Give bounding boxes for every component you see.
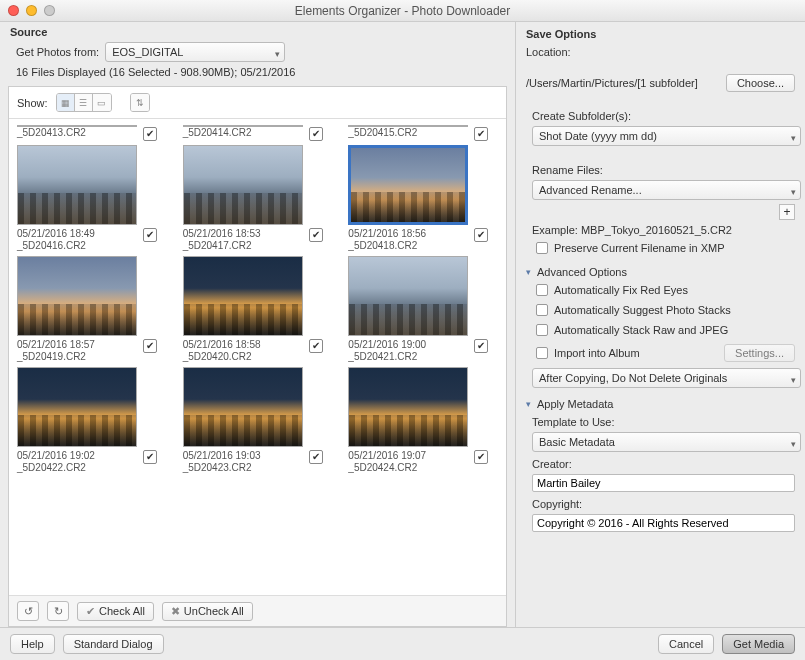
thumbnail-image[interactable] <box>17 145 137 225</box>
thumbnail-image[interactable] <box>183 256 303 336</box>
thumbnail-caption: 05/21/2016 19:07_5D20424.CR2 <box>348 450 426 474</box>
uncheck-all-button[interactable]: ✖UnCheck All <box>162 602 253 621</box>
preserve-xmp-label: Preserve Current Filename in XMP <box>554 242 725 254</box>
thumbnail-image[interactable] <box>348 367 468 447</box>
thumbnail-checkbox[interactable]: ✔ <box>474 228 488 242</box>
thumbnail-cell[interactable]: 05/21/2016 19:07_5D20424.CR2✔ <box>348 367 502 474</box>
thumbnail-cell[interactable]: 05/21/2016 19:00_5D20421.CR2✔ <box>348 256 502 363</box>
thumbnail-cell[interactable]: 05/21/2016 18:58_5D20420.CR2✔ <box>183 256 337 363</box>
stack-raw-jpeg-label: Automatically Stack Raw and JPEG <box>554 324 728 336</box>
thumbnail-checkbox[interactable]: ✔ <box>309 450 323 464</box>
device-select[interactable]: EOS_DIGITAL <box>105 42 285 62</box>
thumbnail-image[interactable] <box>348 125 468 127</box>
save-options-header: Save Options <box>526 28 795 40</box>
thumbnail-checkbox[interactable]: ✔ <box>309 228 323 242</box>
sort-icon[interactable]: ⇅ <box>131 94 149 111</box>
thumbnail-cell[interactable]: 05/21/2016 18:53_5D20417.CR2✔ <box>183 145 337 252</box>
thumbnail-checkbox[interactable]: ✔ <box>143 228 157 242</box>
import-album-label: Import into Album <box>554 347 640 359</box>
get-media-button[interactable]: Get Media <box>722 634 795 654</box>
creator-field[interactable] <box>532 474 795 492</box>
thumbnail-caption: 05/21/2016 18:57_5D20419.CR2 <box>17 339 95 363</box>
footer: Help Standard Dialog Cancel Get Media <box>0 627 805 660</box>
rotate-left-icon[interactable]: ↺ <box>17 601 39 621</box>
thumbnail-image[interactable] <box>183 367 303 447</box>
thumbnail-cell[interactable]: _5D20414.CR2✔ <box>183 125 337 141</box>
template-select[interactable]: Basic Metadata <box>532 432 801 452</box>
metadata-disclosure[interactable]: Apply Metadata <box>526 398 795 410</box>
thumbnail-caption: 05/21/2016 18:58_5D20420.CR2 <box>183 339 261 363</box>
suggest-stacks-label: Automatically Suggest Photo Stacks <box>554 304 731 316</box>
thumbnail-checkbox[interactable]: ✔ <box>143 127 157 141</box>
thumbnail-checkbox[interactable]: ✔ <box>474 450 488 464</box>
suggest-stacks-checkbox[interactable] <box>536 304 548 316</box>
example-value: MBP_Tokyo_20160521_5.CR2 <box>581 224 732 236</box>
standard-dialog-button[interactable]: Standard Dialog <box>63 634 164 654</box>
thumbnail-cell[interactable]: 05/21/2016 19:03_5D20423.CR2✔ <box>183 367 337 474</box>
create-subfolder-select[interactable]: Shot Date (yyyy mm dd) <box>532 126 801 146</box>
template-label: Template to Use: <box>532 416 795 428</box>
thumbnail-caption: 05/21/2016 18:56_5D20418.CR2 <box>348 228 426 252</box>
fix-red-eyes-label: Automatically Fix Red Eyes <box>554 284 688 296</box>
location-path: /Users/Martin/Pictures/[1 subfolder] <box>526 77 698 89</box>
thumbnail-caption: _5D20415.CR2 <box>348 127 417 139</box>
thumbnail-image[interactable] <box>17 256 137 336</box>
rotate-right-icon[interactable]: ↻ <box>47 601 69 621</box>
thumbnail-cell[interactable]: 05/21/2016 18:56_5D20418.CR2✔ <box>348 145 502 252</box>
rename-select[interactable]: Advanced Rename... <box>532 180 801 200</box>
thumbnail-image[interactable] <box>348 256 468 336</box>
thumbnail-checkbox[interactable]: ✔ <box>309 339 323 353</box>
import-album-checkbox[interactable] <box>536 347 548 359</box>
view-mode-group: ▦ ☰ ▭ <box>56 93 112 112</box>
window-title: Elements Organizer - Photo Downloader <box>0 4 805 18</box>
grid-view-icon[interactable]: ▦ <box>57 94 75 111</box>
thumbnail-image[interactable] <box>17 367 137 447</box>
thumbnail-caption: 05/21/2016 19:02_5D20422.CR2 <box>17 450 95 474</box>
cancel-button[interactable]: Cancel <box>658 634 714 654</box>
source-header: Source <box>0 22 515 40</box>
thumbnail-cell[interactable]: _5D20415.CR2✔ <box>348 125 502 141</box>
thumbnail-caption: 05/21/2016 19:03_5D20423.CR2 <box>183 450 261 474</box>
delete-policy-select[interactable]: After Copying, Do Not Delete Originals <box>532 368 801 388</box>
thumbnail-caption: _5D20413.CR2 <box>17 127 86 139</box>
thumbnail-checkbox[interactable]: ✔ <box>474 339 488 353</box>
fix-red-eyes-checkbox[interactable] <box>536 284 548 296</box>
thumbnail-checkbox[interactable]: ✔ <box>143 339 157 353</box>
stack-raw-jpeg-checkbox[interactable] <box>536 324 548 336</box>
detail-view-icon[interactable]: ▭ <box>93 94 111 111</box>
thumbnail-image[interactable] <box>348 145 468 225</box>
add-rename-preset-button[interactable]: + <box>779 204 795 220</box>
sort-group: ⇅ <box>130 93 150 112</box>
thumbnail-caption: 05/21/2016 18:53_5D20417.CR2 <box>183 228 261 252</box>
show-label: Show: <box>17 97 48 109</box>
create-subfolder-label: Create Subfolder(s): <box>532 110 795 122</box>
example-label: Example: <box>532 224 578 236</box>
thumbnail-checkbox[interactable]: ✔ <box>474 127 488 141</box>
help-button[interactable]: Help <box>10 634 55 654</box>
thumbnail-checkbox[interactable]: ✔ <box>309 127 323 141</box>
thumbnail-image[interactable] <box>183 125 303 127</box>
advanced-disclosure[interactable]: Advanced Options <box>526 266 795 278</box>
thumbnail-image[interactable] <box>17 125 137 127</box>
thumbnail-caption: _5D20414.CR2 <box>183 127 252 139</box>
rename-label: Rename Files: <box>532 164 795 176</box>
choose-button[interactable]: Choose... <box>726 74 795 92</box>
titlebar: Elements Organizer - Photo Downloader <box>0 0 805 22</box>
preserve-xmp-checkbox[interactable] <box>536 242 548 254</box>
file-summary: 16 Files Displayed (16 Selected - 908.90… <box>16 66 503 78</box>
thumbnail-cell[interactable]: _5D20413.CR2✔ <box>17 125 171 141</box>
thumbnail-checkbox[interactable]: ✔ <box>143 450 157 464</box>
thumbnail-cell[interactable]: 05/21/2016 18:57_5D20419.CR2✔ <box>17 256 171 363</box>
copyright-field[interactable] <box>532 514 795 532</box>
copyright-label: Copyright: <box>532 498 795 510</box>
list-view-icon[interactable]: ☰ <box>75 94 93 111</box>
thumbnail-panel: Show: ▦ ☰ ▭ ⇅ _5D20413.CR2✔_5D20414.CR2✔… <box>8 86 507 627</box>
thumbnail-caption: 05/21/2016 19:00_5D20421.CR2 <box>348 339 426 363</box>
thumbnail-caption: 05/21/2016 18:49_5D20416.CR2 <box>17 228 95 252</box>
creator-label: Creator: <box>532 458 795 470</box>
thumbnail-image[interactable] <box>183 145 303 225</box>
album-settings-button[interactable]: Settings... <box>724 344 795 362</box>
thumbnail-cell[interactable]: 05/21/2016 19:02_5D20422.CR2✔ <box>17 367 171 474</box>
thumbnail-cell[interactable]: 05/21/2016 18:49_5D20416.CR2✔ <box>17 145 171 252</box>
check-all-button[interactable]: ✔Check All <box>77 602 154 621</box>
